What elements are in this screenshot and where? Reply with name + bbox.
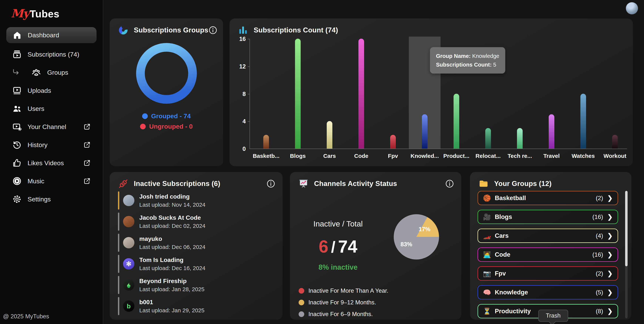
bar-fpv[interactable] xyxy=(390,135,396,149)
y-axis-tick-mark xyxy=(248,66,250,67)
sidebar-item-users[interactable]: Users xyxy=(6,100,96,118)
group-row-basketball[interactable]: 🏀Basketball(2)❯ xyxy=(478,191,618,205)
brand-my: My xyxy=(11,7,30,20)
sidebar-item-your-channel[interactable]: Your Channel xyxy=(6,118,96,136)
stat-slash: / xyxy=(328,238,338,256)
info-icon[interactable] xyxy=(445,179,454,188)
bar-code[interactable] xyxy=(358,39,364,149)
folder-icon xyxy=(478,178,489,189)
history-icon xyxy=(12,140,22,150)
music-icon xyxy=(12,176,22,186)
bar-chart-tooltip: Group Name: Knowledge Subscriptions Coun… xyxy=(430,47,505,73)
channel-info: Tom Is LoadingLast upload: Dec 16, 2024 xyxy=(139,257,205,271)
channel-avatar xyxy=(123,195,134,206)
tooltip-label: Subscriptions Count: xyxy=(436,62,492,68)
legend-label: Inactive For 6–9 Months. xyxy=(308,311,373,318)
legend-label: Grouped - 74 xyxy=(151,112,191,120)
bar-blogs[interactable] xyxy=(295,39,301,149)
channel-name: Josh tried coding xyxy=(139,193,205,200)
groups-scrollbar-track xyxy=(625,191,628,318)
group-emoji-icon: 🎥 xyxy=(483,214,491,220)
group-row-cars[interactable]: 🏎️Cars(4)❯ xyxy=(478,229,618,243)
group-emoji-icon: 🏎️ xyxy=(483,233,491,239)
bar-travel[interactable] xyxy=(549,114,554,149)
channel-avatar: b xyxy=(123,301,134,312)
bar-cars[interactable] xyxy=(327,121,332,149)
group-count: (8) xyxy=(596,308,603,315)
sidebar-item-dashboard[interactable]: Dashboard xyxy=(6,27,96,43)
group-row-blogs[interactable]: 🎥Blogs(16)❯ xyxy=(478,210,618,224)
total-count: 74 xyxy=(338,237,357,256)
sidebar-item-label: Music xyxy=(28,177,44,185)
y-axis-tick-label: 4 xyxy=(242,118,246,125)
last-upload-date: Last upload: Jan 29, 2025 xyxy=(139,307,204,314)
inactive-subscriptions-card: Inactive Subscriptions (6) Josh tried co… xyxy=(110,172,282,320)
inactive-channel-tom-is-loading[interactable]: ✻Tom Is LoadingLast upload: Dec 16, 2024 xyxy=(118,255,275,273)
sidebar-item-music[interactable]: Music xyxy=(6,172,96,190)
group-row-knowledge[interactable]: 🧠Knowledge(5)❯ xyxy=(478,285,618,300)
sidebar-item-history[interactable]: History xyxy=(6,136,96,154)
corner-down-right-icon xyxy=(12,68,20,77)
group-emoji-icon: 🧠 xyxy=(483,289,491,296)
inactive-channel-beyond-fireship[interactable]: Beyond FireshipLast upload: Jan 28, 2025 xyxy=(118,276,275,294)
channel-name: b001 xyxy=(139,299,204,306)
main-content: Subscriptions Groups Grouped - 74Ungroup… xyxy=(104,0,644,324)
last-upload-date: Last upload: Dec 02, 2024 xyxy=(139,223,205,229)
group-name: Blogs xyxy=(495,213,512,221)
tooltip-value: Knowledge xyxy=(471,53,500,59)
sidebar-item-subscriptions-74[interactable]: Subscriptions (74) xyxy=(6,45,96,63)
presentation-chart-icon xyxy=(298,178,309,189)
bar-basketb[interactable] xyxy=(263,135,269,149)
channel-name: mayuko xyxy=(139,235,205,242)
bar-knowled[interactable] xyxy=(422,114,428,149)
bar-workout[interactable] xyxy=(612,135,618,149)
inactive-channel-josh-tried-coding[interactable]: Josh tried codingLast upload: Nov 14, 20… xyxy=(118,191,275,210)
card-header: Channels Activity Status xyxy=(290,172,461,189)
external-link-icon xyxy=(83,123,91,130)
sidebar-item-settings[interactable]: Settings xyxy=(6,190,96,208)
legend-dot xyxy=(298,300,304,305)
inactive-channel-jacob-sucks-at-code[interactable]: Jacob Sucks At CodeLast upload: Dec 02, … xyxy=(118,212,275,231)
settings-icon xyxy=(12,194,22,204)
bar-watches[interactable] xyxy=(580,94,586,149)
status-accent-bar xyxy=(118,276,119,294)
sidebar-nav: DashboardSubscriptions (74)GroupsUploads… xyxy=(0,27,103,208)
card-title: Subscriptions Groups xyxy=(134,26,208,34)
bar-relocat[interactable] xyxy=(485,128,491,149)
donut-ring[interactable] xyxy=(140,47,192,99)
group-name: Basketball xyxy=(495,194,526,202)
app-logo[interactable]: MyTubes xyxy=(0,0,103,22)
sidebar-item-groups[interactable]: Groups xyxy=(6,63,96,81)
like-icon xyxy=(12,158,22,168)
group-emoji-icon: 📷 xyxy=(483,270,491,277)
activity-pie-chart: 17% 83% xyxy=(394,214,439,260)
inactive-channel-b001[interactable]: bb001Last upload: Jan 29, 2025 xyxy=(118,297,275,315)
group-row-code[interactable]: 🧑‍💻Code(16)❯ xyxy=(478,247,618,262)
inactive-channel-mayuko[interactable]: mayukoLast upload: Dec 06, 2024 xyxy=(118,234,275,252)
sidebar-item-uploads[interactable]: Uploads xyxy=(6,81,96,100)
sidebar-item-likes-videos[interactable]: Likes Videos xyxy=(6,154,96,172)
user-avatar[interactable] xyxy=(626,2,638,14)
people-icon xyxy=(31,67,42,78)
x-axis-label-workout: Workout xyxy=(596,153,634,159)
donut-chart-icon xyxy=(118,25,128,35)
bar-tech-re[interactable] xyxy=(517,128,523,149)
group-name: Fpv xyxy=(495,270,506,277)
inactive-count: 6 xyxy=(319,237,328,256)
sidebar-item-label: Dashboard xyxy=(28,31,59,39)
y-axis-tick-label: 8 xyxy=(242,91,246,97)
bar-product[interactable] xyxy=(454,94,459,149)
y-axis-tick-label: 12 xyxy=(239,63,246,70)
your-groups-card: Your Groups (12) 🏀Basketball(2)❯🎥Blogs(1… xyxy=(470,172,631,320)
group-count: (4) xyxy=(596,232,603,239)
info-icon[interactable] xyxy=(266,179,276,188)
info-icon[interactable] xyxy=(208,26,218,35)
sidebar-item-label: Settings xyxy=(28,196,51,203)
group-row-fpv[interactable]: 📷Fpv(2)❯ xyxy=(478,266,618,281)
subscriptions-groups-card: Subscriptions Groups Grouped - 74Ungroup… xyxy=(110,18,223,166)
group-name: Code xyxy=(495,251,510,258)
chevron-right-icon: ❯ xyxy=(608,270,613,277)
bar-chart-plot: Group Name: Knowledge Subscriptions Coun… xyxy=(250,39,627,149)
groups-scrollbar-thumb[interactable] xyxy=(625,191,628,266)
group-emoji-icon: 🏀 xyxy=(483,195,491,201)
